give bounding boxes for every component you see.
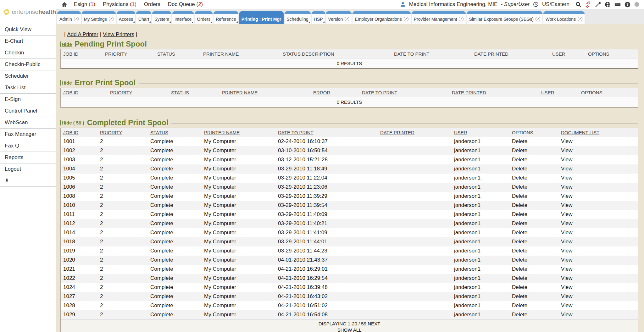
top-link-doc-queue[interactable]: Doc Queue (2) (168, 1, 203, 8)
tab-similar-exposure-groups-segs[interactable]: Similar Exposure Groups (SEGs)↗ (467, 11, 542, 24)
tab-printing-print-mgr[interactable]: Printing : Print Mgr (239, 11, 284, 24)
column-header-error[interactable]: ERROR (311, 88, 359, 97)
column-header-priority[interactable]: PRIORITY (103, 49, 155, 58)
column-header-status[interactable]: STATUS (148, 128, 202, 137)
column-header-label[interactable]: DATE TO PRINT (394, 51, 430, 57)
column-header-label[interactable]: STATUS (171, 90, 189, 95)
sidebar-item-e-sign[interactable]: E-Sign (0, 94, 56, 105)
view-link[interactable]: View (561, 302, 573, 308)
view-link[interactable]: View (561, 312, 573, 318)
column-header-label[interactable]: STATUS DESCRIPTION (283, 51, 334, 57)
delete-link[interactable]: Delete (512, 166, 527, 172)
tab-system[interactable]: System (152, 11, 171, 24)
help-icon[interactable]: ? (624, 1, 631, 8)
column-header-document-list[interactable]: DOCUMENT LIST (558, 128, 638, 137)
tab-provider-management[interactable]: Provider Management↗ (412, 11, 466, 24)
delete-link[interactable]: Delete (512, 293, 527, 299)
column-header-label[interactable]: ERROR (313, 90, 330, 95)
sidebar-item-quick-view[interactable]: Quick View (0, 24, 56, 36)
delete-link[interactable]: Delete (512, 312, 527, 318)
hide-completed-link[interactable]: Hide ( 59 ) (60, 120, 84, 125)
tab-admin[interactable]: Admin↗ (57, 11, 81, 24)
column-header-status-description[interactable]: STATUS DESCRIPTION (280, 49, 391, 58)
add-printer-link[interactable]: Add A Printer (67, 31, 98, 37)
delete-link[interactable]: Delete (512, 284, 527, 290)
column-header-label[interactable]: DOCUMENT LIST (561, 130, 599, 135)
view-link[interactable]: View (561, 202, 573, 208)
tab-orders[interactable]: Orders (195, 11, 213, 24)
view-link[interactable]: View (561, 157, 573, 163)
column-header-label[interactable]: USER (541, 90, 554, 95)
column-header-label[interactable]: PRINTER NAME (204, 130, 240, 135)
column-header-label[interactable]: JOB ID (63, 130, 78, 135)
disconnect-icon[interactable] (585, 1, 591, 8)
tab-access[interactable]: Access (117, 11, 135, 24)
delete-link[interactable]: Delete (512, 147, 527, 153)
column-header-status[interactable]: STATUS (169, 88, 219, 97)
column-header-job-id[interactable]: JOB ID (61, 88, 108, 97)
column-header-label[interactable]: DATE PRINTED (452, 90, 486, 95)
tab-scheduling[interactable]: Scheduling (285, 11, 311, 24)
column-header-label[interactable]: PRIORITY (105, 51, 127, 57)
column-header-label[interactable]: PRIORITY (110, 90, 132, 95)
delete-link[interactable]: Delete (512, 230, 527, 235)
delete-link[interactable]: Delete (512, 266, 527, 272)
tab-work-locations[interactable]: Work Locations↗ (543, 11, 585, 24)
column-header-status[interactable]: STATUS (155, 49, 201, 58)
sidebar-item-fax-manager[interactable]: Fax Manager (0, 129, 56, 140)
column-header-job-id[interactable]: JOB ID (61, 49, 103, 58)
view-link[interactable]: View (561, 293, 573, 299)
tab-employer-organizations[interactable]: Employer Organizations↗ (353, 11, 410, 24)
globe-icon[interactable] (604, 1, 611, 8)
sidebar-item-webscan[interactable]: WebScan (0, 117, 56, 129)
delete-link[interactable]: Delete (512, 138, 527, 144)
column-header-user[interactable]: USER (452, 128, 509, 137)
view-link[interactable]: View (561, 211, 573, 217)
column-header-label[interactable]: USER (552, 51, 565, 57)
column-header-label[interactable]: PRINTER NAME (203, 51, 239, 57)
delete-link[interactable]: Delete (512, 202, 527, 208)
top-link-physicians[interactable]: Physicians (1) (103, 1, 136, 8)
view-link[interactable]: View (561, 193, 573, 199)
column-header-date-printed[interactable]: DATE PRINTED (378, 128, 452, 137)
sidebar-item-scheduler[interactable]: Scheduler (0, 70, 56, 82)
view-link[interactable]: View (561, 220, 573, 226)
column-header-user[interactable]: USER (550, 49, 586, 58)
column-header-date-to-print[interactable]: DATE TO PRINT (359, 88, 449, 97)
column-header-label[interactable]: JOB ID (63, 51, 78, 57)
column-header-printer-name[interactable]: PRINTER NAME (219, 88, 311, 97)
column-header-label[interactable]: STATUS (150, 130, 168, 135)
tab-interface[interactable]: Interface (172, 11, 194, 24)
sidebar-item-task-list[interactable]: Task List (0, 82, 56, 94)
delete-link[interactable]: Delete (512, 193, 527, 199)
sidebar-item-logout[interactable]: Logout (0, 163, 56, 175)
sidebar-item-reports[interactable]: Reports (0, 152, 56, 163)
column-header-date-printed[interactable]: DATE PRINTED (472, 49, 550, 58)
search-icon[interactable] (575, 1, 582, 8)
view-link[interactable]: View (561, 230, 573, 235)
view-link[interactable]: View (561, 266, 573, 272)
view-link[interactable]: View (561, 248, 573, 254)
view-link[interactable]: View (561, 166, 573, 172)
view-link[interactable]: View (561, 184, 573, 190)
column-header-job-id[interactable]: JOB ID (61, 128, 97, 137)
sidebar-item-e-chart[interactable]: E-Chart (0, 36, 56, 47)
delete-link[interactable]: Delete (512, 302, 527, 308)
next-page-link[interactable]: NEXT (368, 321, 380, 326)
hide-pending-link[interactable]: Hide (60, 42, 72, 47)
delete-link[interactable]: Delete (512, 175, 527, 181)
sidebar-item-control-panel[interactable]: Control Panel (0, 105, 56, 117)
top-link-esign[interactable]: Esign (1) (74, 1, 95, 8)
hide-error-link[interactable]: Hide (60, 80, 72, 86)
column-header-label[interactable]: PRIORITY (100, 130, 122, 135)
view-link[interactable]: View (561, 284, 573, 290)
wand-icon[interactable] (595, 1, 601, 8)
delete-link[interactable]: Delete (512, 257, 527, 263)
show-all-link[interactable]: SHOW ALL (337, 327, 362, 332)
delete-link[interactable]: Delete (512, 220, 527, 226)
column-header-label[interactable]: DATE PRINTED (474, 51, 508, 57)
column-header-label[interactable]: USER (454, 130, 467, 135)
column-header-priority[interactable]: PRIORITY (108, 88, 169, 97)
view-link[interactable]: View (561, 257, 573, 263)
tab-chart[interactable]: Chart (136, 11, 151, 24)
